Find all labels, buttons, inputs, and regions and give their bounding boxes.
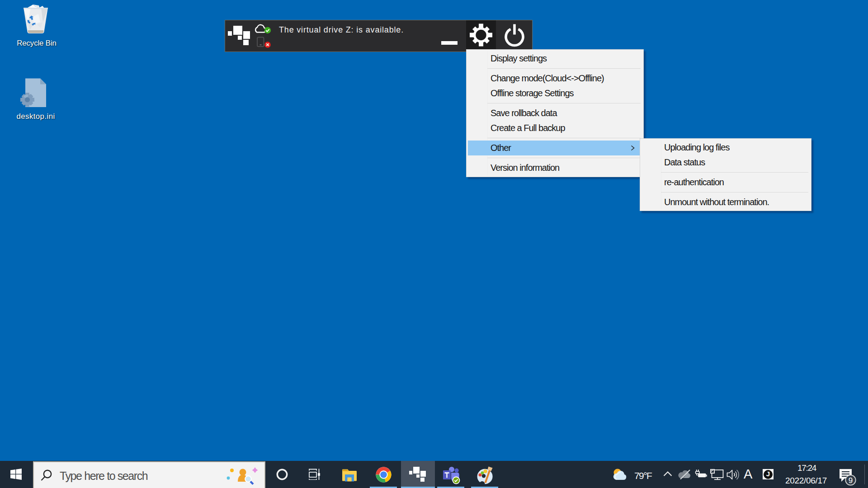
- svg-text:9: 9: [849, 476, 853, 485]
